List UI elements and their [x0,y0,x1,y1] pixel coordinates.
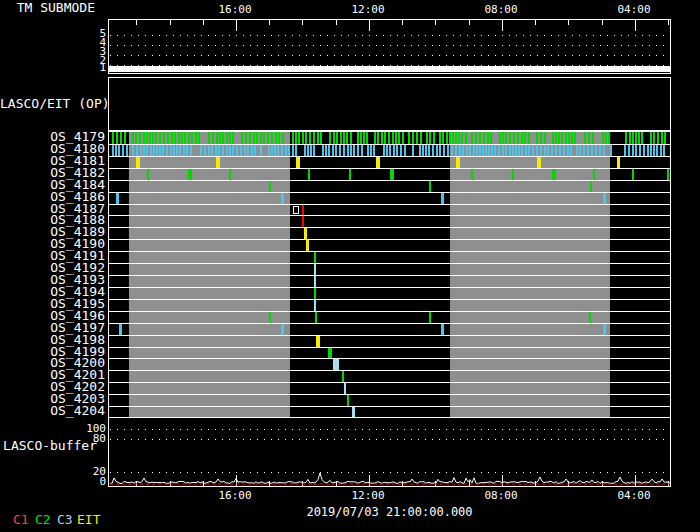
gray-band [450,169,610,180]
telemetry-bar [547,145,549,156]
telemetry-bar [370,145,372,156]
event-tick [314,276,316,287]
telemetry-bar [195,132,197,144]
telemetry-bar [373,145,375,156]
telemetry-bar [140,145,142,156]
telemetry-bar [208,132,210,144]
event-tick [314,252,316,263]
row-OS_4190 [109,240,670,251]
event-tick [306,240,309,251]
date-label: 2019/07/03 21:00:00.000 [108,505,671,519]
telemetry-bar [222,132,224,144]
telemetry-bar [653,145,655,156]
telemetry-bar [191,132,193,144]
telemetry-bar [540,145,542,156]
telemetry-bar [174,132,176,144]
gray-band [129,348,290,358]
telemetry-bar [325,145,327,156]
telemetry-bar [377,132,379,144]
telemetry-bar [452,132,454,144]
telemetry-bar [584,132,586,144]
event-tick [632,169,634,180]
telemetry-bar [419,145,421,156]
gray-band [129,300,290,311]
telemetry-bar [245,132,247,144]
telemetry-bar [404,145,406,156]
telemetry-bar [357,145,359,156]
telemetry-bar [638,132,640,144]
time-label-1600: 16:00 [205,489,265,502]
telemetry-bar [159,145,161,156]
telemetry-bar [528,132,530,144]
os-rows-panel [108,131,671,419]
gray-band [129,169,290,180]
row-OS_4203 [109,395,670,406]
telemetry-bar [469,145,471,156]
telemetry-bar [268,145,270,156]
telemetry-bar [449,132,451,144]
event-tick [302,216,304,227]
telemetry-bar [208,145,210,156]
telemetry-bar [139,132,141,144]
telemetry-bar [521,132,523,144]
telemetry-bar [285,145,287,156]
telemetry-bar [632,132,634,144]
row-OS_4197 [109,324,670,335]
gray-band [129,395,290,406]
telemetry-bar [171,132,173,144]
lasco-eit-panel [108,77,671,131]
telemetry-bar [363,132,365,144]
telemetry-bar [656,145,658,156]
event-tick [308,169,310,180]
telemetry-bar [173,145,175,156]
gray-band [450,276,610,287]
gray-band [129,276,290,287]
gray-band [129,312,290,323]
telemetry-bar [540,132,542,144]
gray-band [450,252,610,263]
gray-band [450,395,610,406]
event-tick [147,169,149,180]
telemetry-bar [340,132,342,144]
telemetry-bar [333,132,335,144]
telemetry-bar [176,145,178,156]
gray-band [129,336,290,347]
telemetry-bar [524,132,526,144]
telemetry-bar [305,132,307,144]
telemetry-bar [143,132,145,144]
row-label-OS_4204: OS_4204 [0,405,105,417]
telemetry-bar [624,145,626,156]
event-tick [342,371,344,382]
major-hour-tick [635,20,636,31]
telemetry-bar [471,132,473,144]
telemetry-bar [517,132,519,144]
telemetry-bar [502,132,504,144]
telemetry-bar [462,145,464,156]
telemetry-bar [166,145,168,156]
gray-band [450,228,610,239]
row-OS_4192 [109,264,670,275]
row-OS_4193 [109,276,670,287]
telemetry-bar [150,145,152,156]
telemetry-bar [136,145,138,156]
telemetry-bar [256,132,258,144]
tm-submode-panel [108,19,671,74]
event-tick [376,157,380,168]
telemetry-bar [167,132,169,144]
telemetry-bar [309,132,311,144]
lasco-eit-label: LASCO/EIT (OP) [0,96,100,111]
telemetry-bar [211,145,213,156]
telemetry-bar [518,145,520,156]
telemetry-bar [292,132,294,144]
tm-ytick-5: 5 [0,29,106,38]
telemetry-bar [244,145,246,156]
gray-band [129,383,290,394]
event-tick [603,324,606,335]
tm-gridline [110,35,671,36]
telemetry-bar [132,145,134,156]
event-marker-box [293,206,299,214]
telemetry-bar [310,145,312,156]
legend-item-c3: C3 [57,512,73,527]
telemetry-bar [422,145,424,156]
event-tick [328,348,332,358]
